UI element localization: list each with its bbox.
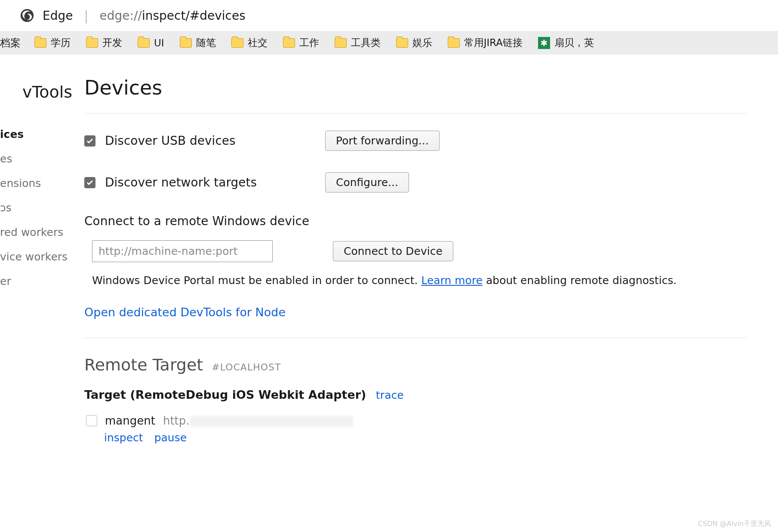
target-entry-url: http.: [163, 414, 353, 427]
url-display[interactable]: edge://inspect/#devices: [100, 9, 246, 23]
target-entry-name: mangent: [105, 414, 155, 427]
sidebar-title: vTools: [0, 83, 84, 101]
bookmark-label: 娱乐: [412, 36, 432, 49]
pause-link[interactable]: pause: [154, 431, 187, 444]
discover-usb-checkbox[interactable]: [84, 135, 95, 147]
bookmark-label: 随笔: [196, 36, 216, 49]
bookmarks-bar: 档案 学历 开发 UI 随笔 社交 工作 工具类 娱乐 常用JIRA链接 ✱扇贝…: [0, 31, 778, 55]
target-heading: Target (RemoteDebug iOS Webkit Adapter) …: [84, 388, 747, 401]
sidebar: vTools ices es ensions ᴐs red workers vi…: [0, 55, 84, 461]
connect-device-button[interactable]: Connect to Device: [333, 241, 453, 261]
remote-target-heading: Remote Target #LOCALHOST: [84, 355, 747, 374]
bookmark-folder[interactable]: 社交: [224, 36, 275, 49]
remote-windows-label: Connect to a remote Windows device: [84, 214, 747, 228]
bookmark-folder[interactable]: 常用JIRA链接: [440, 36, 530, 49]
divider: [84, 338, 747, 338]
folder-icon: [180, 38, 192, 48]
hint-text-post: about enabling remote diagnostics.: [483, 274, 677, 287]
bookmark-folder[interactable]: 随笔: [172, 36, 224, 49]
sidebar-item-apps[interactable]: ᴐs: [0, 196, 84, 220]
folder-icon: [335, 38, 347, 48]
check-icon: [86, 137, 94, 145]
sidebar-item-extensions[interactable]: ensions: [0, 171, 84, 196]
url-path: inspect/#devices: [142, 9, 246, 23]
sidebar-item-other[interactable]: er: [0, 269, 84, 294]
discover-network-checkbox[interactable]: [84, 177, 95, 188]
remote-target-title: Remote Target: [84, 355, 203, 374]
address-separator: |: [84, 8, 88, 23]
bookmark-label: 社交: [248, 36, 268, 49]
app-tile-icon: ✱: [538, 37, 550, 49]
target-favicon-placeholder: [86, 415, 97, 426]
folder-icon: [34, 38, 46, 48]
edge-logo-icon: [19, 8, 35, 23]
sidebar-item-devices[interactable]: ices: [0, 122, 84, 147]
bookmark-folder[interactable]: 学历: [27, 36, 78, 49]
discover-usb-label: Discover USB devices: [105, 134, 236, 148]
bookmark-folder[interactable]: 开发: [78, 36, 130, 49]
inspect-link[interactable]: inspect: [104, 431, 143, 444]
sidebar-item-service-workers[interactable]: vice workers: [0, 245, 84, 269]
remote-hint: Windows Device Portal must be enabled in…: [84, 274, 747, 287]
open-devtools-node-link[interactable]: Open dedicated DevTools for Node: [84, 306, 286, 319]
folder-icon: [86, 38, 98, 48]
bookmark-label: 工具类: [351, 36, 381, 49]
redacted-url: [190, 416, 353, 427]
folder-icon: [283, 38, 295, 48]
port-forwarding-button[interactable]: Port forwarding...: [325, 131, 440, 151]
bookmark-label: 常用JIRA链接: [464, 36, 523, 49]
hint-text-pre: Windows Device Portal must be enabled in…: [92, 274, 421, 287]
folder-icon: [448, 38, 460, 48]
bookmark-label: UI: [154, 37, 164, 49]
bookmark-folder[interactable]: 工具类: [327, 36, 388, 49]
bookmark-app[interactable]: ✱扇贝，英: [530, 36, 602, 49]
bookmark-folder[interactable]: UI: [130, 37, 172, 49]
folder-icon: [231, 38, 243, 48]
app-name: Edge: [43, 9, 73, 23]
folder-icon: [396, 38, 408, 48]
remote-address-input[interactable]: [92, 240, 273, 262]
page-title: Devices: [84, 76, 747, 99]
configure-button[interactable]: Configure...: [325, 172, 409, 193]
divider: [84, 113, 747, 113]
main-content: Devices Discover USB devices Port forwar…: [84, 55, 764, 461]
sidebar-item-pages[interactable]: es: [0, 147, 84, 171]
bookmark-folder[interactable]: 娱乐: [388, 36, 440, 49]
discover-network-label: Discover network targets: [105, 175, 257, 190]
trace-link[interactable]: trace: [376, 389, 404, 401]
address-bar: Edge | edge://inspect/#devices: [0, 0, 778, 31]
remote-target-tag: #LOCALHOST: [212, 362, 281, 373]
bookmark-truncated-left[interactable]: 档案: [0, 36, 27, 50]
bookmark-label: 扇贝，英: [554, 36, 594, 49]
bookmark-folder[interactable]: 工作: [275, 36, 327, 49]
learn-more-link[interactable]: Learn more: [421, 274, 483, 287]
target-label-paren: (RemoteDebug iOS Webkit Adapter): [130, 388, 366, 401]
target-entry: mangent http.: [84, 414, 747, 427]
bookmark-label: 学历: [51, 36, 71, 49]
bookmark-label: 工作: [299, 36, 319, 49]
sidebar-item-shared-workers[interactable]: red workers: [0, 220, 84, 245]
bookmark-label: 开发: [102, 36, 122, 49]
check-icon: [86, 179, 94, 187]
folder-icon: [138, 38, 150, 48]
url-host: edge://: [100, 9, 142, 23]
target-label-pre: Target: [84, 388, 130, 401]
